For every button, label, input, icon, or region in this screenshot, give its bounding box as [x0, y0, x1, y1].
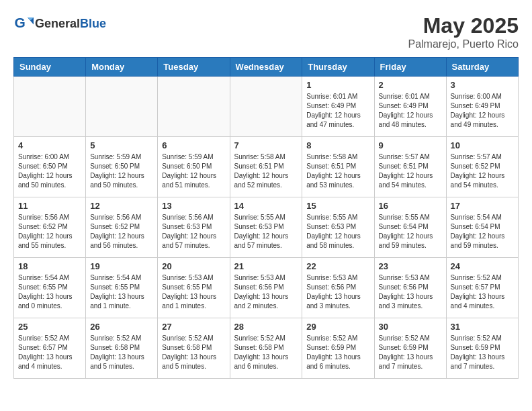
calendar-cell: 3Sunrise: 6:00 AM Sunset: 6:49 PM Daylig…	[446, 77, 518, 137]
day-info: Sunrise: 5:52 AM Sunset: 6:57 PM Dayligh…	[451, 273, 514, 311]
day-number: 17	[451, 201, 514, 211]
day-number: 11	[18, 201, 81, 211]
calendar-cell: 31Sunrise: 5:52 AM Sunset: 6:59 PM Dayli…	[446, 318, 518, 379]
day-info: Sunrise: 5:57 AM Sunset: 6:51 PM Dayligh…	[379, 152, 442, 190]
day-number: 18	[18, 261, 81, 271]
day-info: Sunrise: 6:01 AM Sunset: 6:49 PM Dayligh…	[379, 92, 442, 130]
day-info: Sunrise: 5:53 AM Sunset: 6:55 PM Dayligh…	[162, 273, 225, 311]
day-info: Sunrise: 5:56 AM Sunset: 6:53 PM Dayligh…	[162, 213, 225, 250]
calendar-cell: 24Sunrise: 5:52 AM Sunset: 6:57 PM Dayli…	[446, 258, 518, 318]
calendar-cell: 25Sunrise: 5:52 AM Sunset: 6:57 PM Dayli…	[14, 318, 86, 379]
calendar-cell: 29Sunrise: 5:52 AM Sunset: 6:59 PM Dayli…	[302, 318, 374, 379]
day-number: 4	[18, 140, 81, 150]
calendar-cell	[86, 77, 158, 137]
day-number: 27	[162, 322, 225, 332]
day-info: Sunrise: 5:53 AM Sunset: 6:56 PM Dayligh…	[234, 273, 298, 311]
day-info: Sunrise: 5:57 AM Sunset: 6:52 PM Dayligh…	[451, 152, 514, 190]
week-row-5: 25Sunrise: 5:52 AM Sunset: 6:57 PM Dayli…	[14, 318, 519, 379]
day-number: 19	[90, 261, 153, 271]
day-info: Sunrise: 5:52 AM Sunset: 6:59 PM Dayligh…	[451, 334, 514, 371]
weekday-header-wednesday: Wednesday	[230, 58, 302, 77]
calendar-cell: 15Sunrise: 5:55 AM Sunset: 6:53 PM Dayli…	[302, 197, 374, 258]
logo-general: General	[35, 17, 80, 30]
day-number: 13	[162, 201, 225, 211]
week-row-1: 1Sunrise: 6:01 AM Sunset: 6:49 PM Daylig…	[14, 77, 519, 137]
day-info: Sunrise: 5:54 AM Sunset: 6:54 PM Dayligh…	[451, 213, 514, 250]
calendar-cell	[158, 77, 230, 137]
calendar-cell: 10Sunrise: 5:57 AM Sunset: 6:52 PM Dayli…	[446, 137, 518, 197]
day-number: 12	[90, 201, 153, 211]
day-info: Sunrise: 5:55 AM Sunset: 6:53 PM Dayligh…	[234, 213, 298, 250]
calendar-cell: 28Sunrise: 5:52 AM Sunset: 6:58 PM Dayli…	[230, 318, 302, 379]
day-info: Sunrise: 5:56 AM Sunset: 6:52 PM Dayligh…	[90, 213, 153, 250]
calendar-cell: 13Sunrise: 5:56 AM Sunset: 6:53 PM Dayli…	[158, 197, 230, 258]
day-number: 20	[162, 261, 225, 271]
day-number: 2	[379, 80, 442, 90]
day-number: 6	[162, 140, 225, 150]
location-title: Palmarejo, Puerto Rico	[408, 38, 519, 50]
calendar-cell: 18Sunrise: 5:54 AM Sunset: 6:55 PM Dayli…	[14, 258, 86, 318]
calendar-cell: 2Sunrise: 6:01 AM Sunset: 6:49 PM Daylig…	[374, 77, 446, 137]
svg-text:G: G	[15, 15, 26, 30]
day-info: Sunrise: 5:58 AM Sunset: 6:51 PM Dayligh…	[234, 152, 298, 190]
calendar-cell: 21Sunrise: 5:53 AM Sunset: 6:56 PM Dayli…	[230, 258, 302, 318]
day-info: Sunrise: 6:00 AM Sunset: 6:49 PM Dayligh…	[451, 92, 514, 130]
weekday-header-thursday: Thursday	[302, 58, 374, 77]
weekday-header-saturday: Saturday	[446, 58, 518, 77]
calendar-cell: 6Sunrise: 5:59 AM Sunset: 6:50 PM Daylig…	[158, 137, 230, 197]
day-number: 14	[234, 201, 298, 211]
day-info: Sunrise: 5:52 AM Sunset: 6:58 PM Dayligh…	[90, 334, 153, 371]
weekday-header-sunday: Sunday	[14, 58, 86, 77]
day-info: Sunrise: 5:52 AM Sunset: 6:57 PM Dayligh…	[18, 334, 81, 371]
day-number: 9	[379, 140, 442, 150]
day-number: 28	[234, 322, 298, 332]
weekday-header-friday: Friday	[374, 58, 446, 77]
day-info: Sunrise: 5:59 AM Sunset: 6:50 PM Dayligh…	[90, 152, 153, 190]
calendar-cell: 9Sunrise: 5:57 AM Sunset: 6:51 PM Daylig…	[374, 137, 446, 197]
day-number: 3	[451, 80, 514, 90]
calendar-cell: 30Sunrise: 5:52 AM Sunset: 6:59 PM Dayli…	[374, 318, 446, 379]
calendar-cell: 26Sunrise: 5:52 AM Sunset: 6:58 PM Dayli…	[86, 318, 158, 379]
day-number: 24	[451, 261, 514, 271]
day-info: Sunrise: 5:54 AM Sunset: 6:55 PM Dayligh…	[18, 273, 81, 311]
day-info: Sunrise: 5:59 AM Sunset: 6:50 PM Dayligh…	[162, 152, 225, 190]
day-info: Sunrise: 5:53 AM Sunset: 6:56 PM Dayligh…	[306, 273, 369, 311]
calendar-cell: 14Sunrise: 5:55 AM Sunset: 6:53 PM Dayli…	[230, 197, 302, 258]
day-number: 30	[379, 322, 442, 332]
calendar-cell: 12Sunrise: 5:56 AM Sunset: 6:52 PM Dayli…	[86, 197, 158, 258]
calendar-cell: 16Sunrise: 5:55 AM Sunset: 6:54 PM Dayli…	[374, 197, 446, 258]
day-info: Sunrise: 5:55 AM Sunset: 6:53 PM Dayligh…	[306, 213, 369, 250]
calendar-cell: 1Sunrise: 6:01 AM Sunset: 6:49 PM Daylig…	[302, 77, 374, 137]
logo: G GeneralBlue	[13, 13, 106, 34]
weekday-header-row: SundayMondayTuesdayWednesdayThursdayFrid…	[14, 58, 519, 77]
day-number: 15	[306, 201, 369, 211]
day-info: Sunrise: 5:55 AM Sunset: 6:54 PM Dayligh…	[379, 213, 442, 250]
calendar-cell: 11Sunrise: 5:56 AM Sunset: 6:52 PM Dayli…	[14, 197, 86, 258]
day-info: Sunrise: 5:54 AM Sunset: 6:55 PM Dayligh…	[90, 273, 153, 311]
calendar-cell: 22Sunrise: 5:53 AM Sunset: 6:56 PM Dayli…	[302, 258, 374, 318]
day-info: Sunrise: 5:52 AM Sunset: 6:59 PM Dayligh…	[306, 334, 369, 371]
calendar-cell: 8Sunrise: 5:58 AM Sunset: 6:51 PM Daylig…	[302, 137, 374, 197]
logo-blue: Blue	[80, 17, 106, 30]
week-row-3: 11Sunrise: 5:56 AM Sunset: 6:52 PM Dayli…	[14, 197, 519, 258]
day-number: 23	[379, 261, 442, 271]
day-number: 29	[306, 322, 369, 332]
calendar-cell: 17Sunrise: 5:54 AM Sunset: 6:54 PM Dayli…	[446, 197, 518, 258]
day-info: Sunrise: 5:52 AM Sunset: 6:59 PM Dayligh…	[379, 334, 442, 371]
day-number: 1	[306, 80, 369, 90]
calendar-table: SundayMondayTuesdayWednesdayThursdayFrid…	[13, 57, 519, 379]
day-info: Sunrise: 6:01 AM Sunset: 6:49 PM Dayligh…	[306, 92, 369, 130]
week-row-4: 18Sunrise: 5:54 AM Sunset: 6:55 PM Dayli…	[14, 258, 519, 318]
month-title: May 2025	[408, 13, 519, 38]
day-info: Sunrise: 6:00 AM Sunset: 6:50 PM Dayligh…	[18, 152, 81, 190]
calendar-cell: 4Sunrise: 6:00 AM Sunset: 6:50 PM Daylig…	[14, 137, 86, 197]
calendar-cell	[230, 77, 302, 137]
logo-text: GeneralBlue	[35, 17, 106, 31]
day-number: 26	[90, 322, 153, 332]
day-info: Sunrise: 5:56 AM Sunset: 6:52 PM Dayligh…	[18, 213, 81, 250]
calendar-cell: 7Sunrise: 5:58 AM Sunset: 6:51 PM Daylig…	[230, 137, 302, 197]
weekday-header-tuesday: Tuesday	[158, 58, 230, 77]
day-number: 21	[234, 261, 298, 271]
calendar-cell: 27Sunrise: 5:52 AM Sunset: 6:58 PM Dayli…	[158, 318, 230, 379]
title-block: May 2025 Palmarejo, Puerto Rico	[408, 13, 519, 50]
